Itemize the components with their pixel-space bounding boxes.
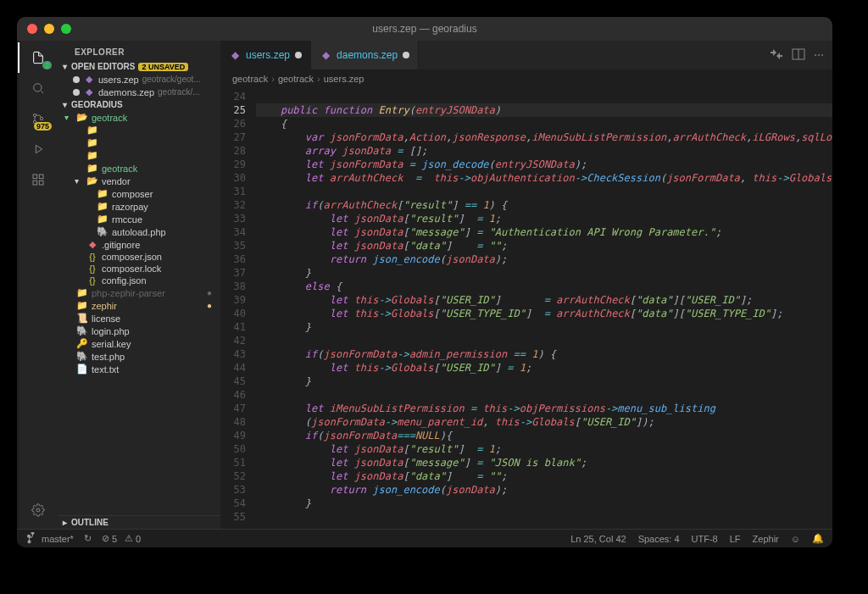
tree-item-label: autoload.php <box>112 227 166 237</box>
txt-icon: 📄 <box>76 364 88 375</box>
vscode-window: users.zep — georadius 2 975 <box>17 17 832 547</box>
compare-icon[interactable] <box>770 47 783 64</box>
dirty-dot-icon <box>295 52 302 58</box>
breadcrumb-segment[interactable]: users.zep <box>324 74 364 84</box>
close-window-icon[interactable] <box>27 24 37 34</box>
tree-item[interactable]: {}composer.lock <box>58 263 220 275</box>
code-editor[interactable]: 2425262728293031323334353637383940414243… <box>220 88 832 529</box>
svg-rect-6 <box>33 180 37 185</box>
svg-point-3 <box>40 117 42 119</box>
tree-item[interactable]: 📁 <box>58 149 220 162</box>
tree-item[interactable]: 📁rmccue <box>58 213 220 225</box>
scm-badge: 975 <box>34 122 52 130</box>
folder-icon: 📁 <box>97 188 108 199</box>
search-icon[interactable] <box>28 78 48 98</box>
activity-bar: 2 975 <box>17 41 58 529</box>
tree-item-label: vendor <box>102 176 131 186</box>
open-editor-item[interactable]: ◆users.zep geotrack/geot... <box>58 73 220 86</box>
unsaved-badge: 2 UNSAVED <box>138 63 188 71</box>
folder-icon: 📁 <box>97 201 108 212</box>
window-title: users.zep — georadius <box>372 23 476 35</box>
editor-tab[interactable]: ◆daemons.zep <box>311 41 419 69</box>
file-icon: ◆ <box>83 86 95 97</box>
project-name: GEORADIUS <box>71 100 123 109</box>
folder-open-icon: 📂 <box>86 175 98 186</box>
breadcrumb-segment[interactable]: geotrack <box>232 74 268 84</box>
cursor-position[interactable]: Ln 25, Col 42 <box>570 534 626 544</box>
tree-item-label: zephir <box>92 301 117 311</box>
tree-item[interactable]: ▾📂geotrack <box>58 111 220 124</box>
language-mode[interactable]: Zephir <box>753 534 779 544</box>
open-editors-header[interactable]: ▾ OPEN EDITORS 2 UNSAVED <box>58 60 220 73</box>
tree-item[interactable]: 🐘autoload.php <box>58 225 220 238</box>
encoding[interactable]: UTF-8 <box>692 534 718 544</box>
git-branch[interactable]: master* <box>25 532 74 546</box>
feedback-icon[interactable]: ☺ <box>791 534 800 544</box>
folder-icon: 📁 <box>86 163 98 174</box>
tree-item[interactable]: 📁composer <box>58 187 220 200</box>
php-icon: 🐘 <box>76 351 88 362</box>
file-icon: ◆ <box>229 49 241 61</box>
maximize-window-icon[interactable] <box>61 24 71 34</box>
tree-item[interactable]: 📁php-zephir-parser● <box>58 286 220 299</box>
sync-icon[interactable]: ↻ <box>84 533 92 544</box>
source-control-icon[interactable]: 975 <box>28 108 48 129</box>
tree-item[interactable]: ▾📂vendor <box>58 175 220 187</box>
project-header[interactable]: ▾ GEORADIUS <box>58 98 220 111</box>
open-editor-item[interactable]: ◆daemons.zep geotrack/... <box>58 86 220 98</box>
tree-item[interactable]: {}composer.json <box>58 251 220 263</box>
svg-point-0 <box>34 84 42 92</box>
file-name: users.zep <box>98 75 139 85</box>
explorer-icon[interactable]: 2 <box>28 47 48 68</box>
tree-item[interactable]: 📁zephir● <box>58 299 220 312</box>
tree-item[interactable]: 📁geotrack <box>58 162 220 175</box>
titlebar[interactable]: users.zep — georadius <box>17 17 832 41</box>
folder-icon: 📁 <box>76 300 88 311</box>
outline-header[interactable]: ▸ OUTLINE <box>58 515 220 529</box>
dirty-dot-icon <box>403 52 409 58</box>
tree-item-label: login.php <box>92 326 130 336</box>
folder-icon: 📁 <box>86 150 98 161</box>
tree-item[interactable]: 📁 <box>58 124 220 136</box>
tree-item[interactable]: 🐘login.php <box>58 325 220 337</box>
git-icon: ◆ <box>86 239 98 250</box>
git-status-icon: ● <box>207 288 217 297</box>
more-icon[interactable]: ⋯ <box>814 49 824 61</box>
problems[interactable]: ⊘5 ⚠0 <box>102 533 141 544</box>
bell-icon[interactable]: 🔔 <box>812 533 824 544</box>
tree-item[interactable]: 📜license <box>58 312 220 325</box>
tree-item[interactable]: 📁 <box>58 136 220 149</box>
tree-item[interactable]: 📁razorpay <box>58 200 220 213</box>
settings-gear-icon[interactable] <box>28 500 48 520</box>
tree-item[interactable]: {}config.json <box>58 275 220 286</box>
dirty-dot-icon <box>73 76 80 83</box>
breadcrumb-segment[interactable]: geotrack <box>278 74 314 84</box>
code-content[interactable]: public function Entry(entryJSONData) { v… <box>256 88 832 529</box>
dirty-dot-icon <box>73 89 80 96</box>
split-editor-icon[interactable] <box>792 47 805 64</box>
line-number-gutter: 2425262728293031323334353637383940414243… <box>220 88 256 529</box>
folder-icon: 📁 <box>76 287 88 298</box>
tree-item[interactable]: 🐘test.php <box>58 350 220 363</box>
tree-item[interactable]: 📄text.txt <box>58 363 220 375</box>
eol[interactable]: LF <box>730 534 741 544</box>
folder-open-icon: 📂 <box>76 112 88 123</box>
sidebar: EXPLORER ▾ OPEN EDITORS 2 UNSAVED ◆users… <box>58 41 220 529</box>
sidebar-title: EXPLORER <box>58 41 220 60</box>
php-icon: 🐘 <box>97 226 108 237</box>
json-icon: {} <box>86 252 98 262</box>
outline-label: OUTLINE <box>71 518 108 527</box>
minimize-window-icon[interactable] <box>44 24 54 34</box>
editor-tab[interactable]: ◆users.zep <box>220 41 311 69</box>
tree-item[interactable]: 🔑serial.key <box>58 337 220 350</box>
folder-icon: 📁 <box>86 137 98 148</box>
file-name: daemons.zep <box>98 87 154 97</box>
extensions-icon[interactable] <box>28 169 48 190</box>
tree-item[interactable]: ◆.gitignore <box>58 238 220 251</box>
breadcrumb[interactable]: geotrack›geotrack›users.zep <box>220 69 832 88</box>
debug-icon[interactable] <box>28 139 48 159</box>
indentation[interactable]: Spaces: 4 <box>638 534 680 544</box>
chevron-icon: ▾ <box>75 176 83 186</box>
svg-rect-7 <box>39 180 43 185</box>
tab-label: daemons.zep <box>337 49 398 61</box>
